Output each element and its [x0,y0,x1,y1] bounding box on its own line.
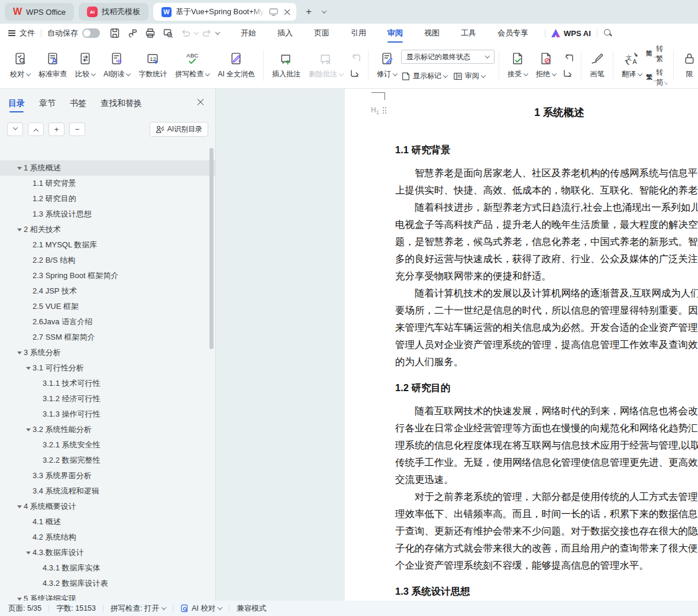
group-expand-icon[interactable]: ↘ [663,80,668,86]
toc-item[interactable]: 3.1.1 技术可行性 [0,376,215,391]
undo-chevron-icon[interactable] [194,30,199,34]
tab-docer-templates[interactable]: AI 找稻壳模板 [79,3,148,21]
toc-item[interactable]: 1.2 研究目的 [0,191,215,207]
previous-change-button[interactable] [561,51,576,64]
restrict-edit-button-clipped[interactable]: 限 [678,49,697,82]
export-icon[interactable] [125,26,140,40]
toc-item[interactable]: 3.2 系统性能分析 [0,422,215,437]
toc-expand-arrow-icon[interactable] [24,552,33,554]
menu-tab-视图[interactable]: 视图 [416,24,448,42]
menu-tab-页面[interactable]: 页面 [306,24,338,42]
toc-item[interactable]: 4.3.2 数据库设计表 [0,576,215,591]
toc-item[interactable]: 1.3 系统设计思想 [0,207,215,222]
spell-check-button[interactable]: ABC 拼写检查 [171,49,214,82]
redo-chevron-icon[interactable] [215,30,220,34]
close-tab-icon[interactable] [282,7,292,17]
file-menu[interactable]: 文件 [20,28,35,38]
zoom-in-outline-button[interactable]: + [49,122,64,136]
print-preview-icon[interactable] [161,26,175,40]
autosave-toggle[interactable] [82,28,100,38]
new-tab-button[interactable]: + [301,4,316,20]
toc-item[interactable]: 2.4 JSP 技术 [0,283,215,299]
word-count-indicator[interactable]: 字数: 15153 [56,604,96,614]
toc-expand-arrow-icon[interactable] [24,428,33,431]
toc-expand-arrow-icon[interactable] [24,367,33,370]
document-page[interactable]: H1 1 系统概述1.1 研究背景智慧养老是面向居家老人、社区及养老机构的传感网… [345,89,698,601]
toc-expand-arrow-icon[interactable] [15,228,24,231]
spellcheck-status[interactable]: 拼写检查: 打开 [111,604,166,614]
screen-share-icon[interactable] [269,7,278,17]
sidebar-scrollbar[interactable] [209,148,214,349]
reviewing-pane-button[interactable]: 审阅 [453,71,485,81]
search-icon[interactable] [603,28,613,38]
toc-item[interactable]: 4.1 概述 [0,514,215,530]
print-icon[interactable] [143,26,157,40]
simplified-to-traditional-button[interactable]: 简转繁 [646,44,663,64]
toc-item[interactable]: 3 系统分析 [0,345,215,360]
tab-document[interactable]: W 基于Vue+Spring Boot+MyS [153,3,296,21]
accept-change-button[interactable]: 接受 [503,49,532,82]
menu-tab-引用[interactable]: 引用 [342,24,374,42]
toc-item[interactable]: 2.5 VUE 框架 [0,299,215,314]
insert-comment-button[interactable]: 插入批注 [268,49,305,82]
menu-tab-审阅[interactable]: 审阅 [379,24,411,42]
toc-expand-arrow-icon[interactable] [15,505,24,508]
next-change-button[interactable] [561,67,576,80]
toc-item[interactable]: 4.2 系统结构 [0,530,215,545]
menu-tab-会员专享[interactable]: 会员专享 [489,24,537,42]
proofread-button[interactable]: 校对 [6,49,34,82]
ai-proofread-status[interactable]: AI 校对 [180,604,222,614]
compare-button[interactable]: 比较 [71,49,99,82]
reject-change-button[interactable]: 拒绝 [532,49,560,82]
sidebar-tab-目录[interactable]: 目录 [8,91,25,114]
delete-comment-button[interactable]: 删除批注 [305,49,347,82]
save-icon[interactable] [108,26,122,40]
word-count-button[interactable]: 12 字数统计 [134,49,171,82]
toc-item[interactable]: 3.4 系统流程和逻辑 [0,483,215,499]
menu-tab-开始[interactable]: 开始 [232,24,264,42]
toc-item[interactable]: 1 系统概述 [0,160,215,176]
ai-recognize-toc-button[interactable]: AI识别目录 [150,122,208,137]
toc-item[interactable]: 1.1 研究背景 [0,176,215,191]
tab-wps-office[interactable]: W WPS Office [5,3,74,21]
toc-expand-arrow-icon[interactable] [15,598,24,601]
toc-item[interactable]: 3.3 系统界面分析 [0,468,215,483]
toc-expand-arrow-icon[interactable] [15,351,24,354]
toc-item[interactable]: 3.1.2 经济可行性 [0,391,215,407]
tab-list-chevron-icon[interactable] [316,4,332,20]
sidebar-tab-章节[interactable]: 章节 [39,91,56,114]
toc-item[interactable]: 3.2.2 数据完整性 [0,453,215,468]
toc-item[interactable]: 2.3 Spring Boot 框架简介 [0,268,215,283]
sidebar-tab-查找和替换[interactable]: 查找和替换 [101,91,142,114]
toc-item[interactable]: 3.1 可行性分析 [0,360,215,376]
hamburger-menu-icon[interactable] [8,30,15,36]
toc-item[interactable]: 2.7 SSM 框架简介 [0,330,215,345]
wps-ai-button[interactable]: WPS AI [551,29,591,38]
menu-tab-工具[interactable]: 工具 [453,24,484,42]
ai-read-aloud-button[interactable]: AI朗读 [99,49,134,82]
menu-tab-插入[interactable]: 插入 [269,24,301,42]
standard-review-button[interactable]: 标准审查 [34,49,71,82]
page-indicator[interactable]: 页面: 5/35 [8,604,41,614]
zoom-out-outline-button[interactable]: − [69,122,85,136]
toc-expand-arrow-icon[interactable] [15,167,24,170]
translate-button[interactable]: 文A 翻译 [618,49,646,82]
previous-comment-button[interactable] [348,51,363,64]
next-comment-button[interactable] [348,67,363,80]
doc-content[interactable]: 1 系统概述1.1 研究背景智慧养老是面向居家老人、社区及养老机构的传感网系统与… [345,89,698,598]
drag-handle-icon[interactable] [383,107,387,114]
ink-brush-button[interactable]: 画笔 [586,49,609,82]
toc-item[interactable]: 3.2.1 系统安全性 [0,437,215,453]
markup-state-dropdown[interactable]: 显示标记的最终状态 [401,50,495,64]
track-changes-button[interactable]: 修订 [373,49,401,82]
toc-item[interactable]: 3.1.3 操作可行性 [0,407,215,422]
close-sidebar-icon[interactable] [194,96,207,109]
undo-icon[interactable] [179,26,193,40]
redo-icon[interactable] [200,26,214,40]
toc-item[interactable]: 4.3.数据库设计 [0,545,215,560]
toc-item[interactable]: 2.1 MYSQL 数据库 [0,237,215,253]
toc-item[interactable]: 2.6Java 语言介绍 [0,314,215,330]
toc-item[interactable]: 4 系统概要设计 [0,499,215,514]
show-markup-button[interactable]: 显示标记 [401,71,447,81]
collapse-all-button[interactable] [7,122,23,136]
